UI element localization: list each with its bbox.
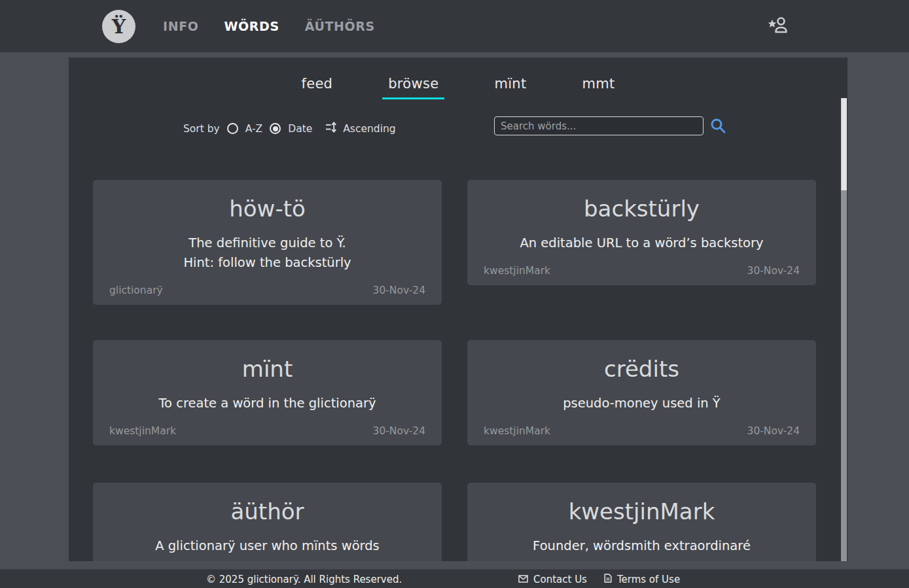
word-author: kwestjinMark bbox=[484, 425, 550, 438]
word-date: 30-Nov-24 bbox=[747, 425, 800, 438]
tab-feed[interactable]: feed bbox=[295, 76, 338, 99]
word-title: crëdits bbox=[484, 356, 800, 382]
nav-item-words[interactable]: WÖRDS bbox=[224, 19, 279, 33]
word-card-kwestjinmark[interactable]: kwestjinMark Founder, wördsmith extraord… bbox=[467, 483, 816, 561]
word-description: To create a wörd in the glictionarÿ bbox=[109, 394, 425, 413]
contact-us-link[interactable]: Contact Us bbox=[518, 574, 587, 585]
word-author: kwestjinMark bbox=[109, 425, 176, 438]
word-card-credits[interactable]: crëdits pseudo-money used in Ÿ kwestjinM… bbox=[467, 340, 816, 445]
footer: © 2025 glictionarÿ. All Rights Reserved.… bbox=[0, 569, 909, 588]
contact-us-label: Contact Us bbox=[533, 574, 587, 585]
word-title: kwestjinMark bbox=[484, 498, 800, 525]
word-card-mint[interactable]: mïnt To create a wörd in the glictionarÿ… bbox=[93, 340, 442, 445]
sort-controls: Sort by A-Z Date Ascending bbox=[183, 121, 396, 136]
word-author: glictionarÿ bbox=[109, 285, 163, 297]
sort-option-az-label[interactable]: A-Z bbox=[245, 123, 262, 135]
search-icon[interactable] bbox=[709, 117, 727, 135]
word-card-backsturly[interactable]: backstürly An editable URL to a wörd’s b… bbox=[467, 180, 816, 285]
word-date: 30-Nov-24 bbox=[373, 285, 425, 297]
terms-of-use-link[interactable]: Terms of Use bbox=[604, 574, 680, 585]
tab-bar: feed bröwse mïnt mmt bbox=[69, 58, 847, 99]
word-date: 30-Nov-24 bbox=[373, 425, 425, 438]
search-area bbox=[494, 116, 727, 135]
scrollbar-thumb[interactable] bbox=[841, 98, 847, 190]
cards-row: äüthör A glictionarÿ user who mïnts wörd… bbox=[93, 483, 817, 561]
sort-by-label: Sort by bbox=[183, 123, 220, 135]
toolbar: Sort by A-Z Date Ascending bbox=[69, 116, 847, 143]
tab-browse[interactable]: bröwse bbox=[382, 76, 444, 99]
person-star-icon[interactable] bbox=[767, 15, 791, 37]
nav-item-info[interactable]: INFO bbox=[163, 19, 199, 33]
app-logo[interactable]: Ÿ bbox=[102, 10, 135, 43]
app-logo-letter: Ÿ bbox=[112, 15, 126, 38]
word-card-author[interactable]: äüthör A glictionarÿ user who mïnts wörd… bbox=[93, 483, 442, 561]
word-description: The definitive guide to Ÿ. Hint: follow … bbox=[109, 233, 425, 273]
word-title: mïnt bbox=[109, 356, 425, 382]
scrollbar-track[interactable] bbox=[841, 98, 847, 561]
word-description: An editable URL to a wörd’s backstory bbox=[484, 233, 800, 253]
tab-mint[interactable]: mïnt bbox=[488, 76, 532, 99]
sort-radio-az[interactable] bbox=[227, 123, 238, 134]
search-input[interactable] bbox=[494, 116, 704, 135]
sort-radio-date[interactable] bbox=[270, 123, 281, 134]
sort-direction-label: Ascending bbox=[343, 123, 395, 135]
word-title: höw-tö bbox=[109, 196, 425, 222]
cards-row: mïnt To create a wörd in the glictionarÿ… bbox=[93, 340, 817, 445]
word-description: A glictionarÿ user who mïnts wörds bbox=[109, 536, 425, 556]
sort-direction-icon bbox=[325, 121, 337, 136]
nav-item-authors[interactable]: ÄÜTHÖRS bbox=[305, 19, 375, 33]
navbar: Ÿ INFO WÖRDS ÄÜTHÖRS bbox=[0, 0, 909, 52]
word-author: kwestjinMark bbox=[484, 265, 550, 277]
envelope-icon bbox=[518, 574, 528, 585]
copyright-text: © 2025 glictionarÿ. All Rights Reserved. bbox=[206, 570, 402, 588]
word-date: 30-Nov-24 bbox=[747, 265, 800, 277]
word-title: äüthör bbox=[109, 498, 425, 525]
sort-option-date-label[interactable]: Date bbox=[288, 123, 312, 135]
nav-links: INFO WÖRDS ÄÜTHÖRS bbox=[163, 19, 375, 33]
sort-direction-toggle[interactable]: Ascending bbox=[325, 121, 395, 136]
cards-row: höw-tö The definitive guide to Ÿ. Hint: … bbox=[93, 180, 817, 305]
tab-mmt[interactable]: mmt bbox=[576, 76, 620, 99]
content-panel: feed bröwse mïnt mmt Sort by A-Z Date bbox=[69, 58, 847, 561]
document-icon bbox=[604, 574, 612, 585]
word-description: pseudo-money used in Ÿ bbox=[484, 394, 800, 413]
footer-links: Contact Us Terms of Use bbox=[518, 570, 680, 588]
word-description: Founder, wördsmith extraordinaré bbox=[484, 536, 800, 556]
word-title: backstürly bbox=[484, 196, 800, 222]
word-card-how-to[interactable]: höw-tö The definitive guide to Ÿ. Hint: … bbox=[93, 180, 442, 305]
terms-of-use-label: Terms of Use bbox=[617, 574, 680, 585]
